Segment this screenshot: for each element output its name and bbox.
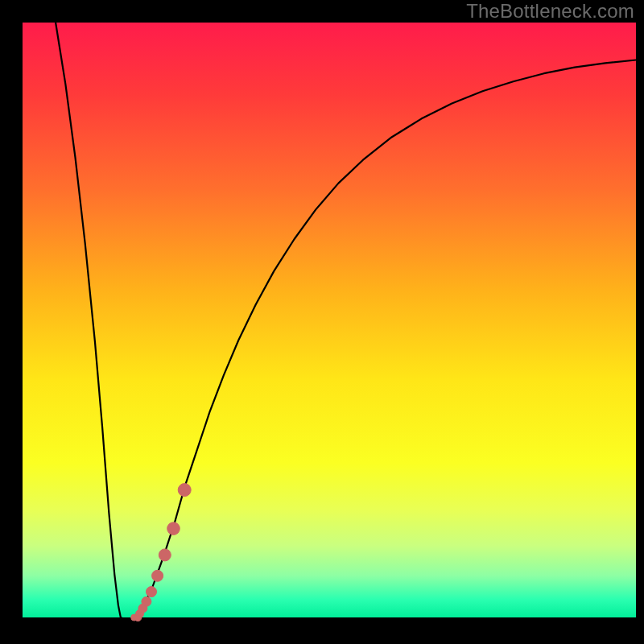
marker-dot [159,549,171,561]
marker-dot [178,484,191,497]
marker-group [131,484,192,621]
plot-area [23,23,636,636]
marker-dot [167,522,180,535]
marker-dot [147,587,157,597]
curve-layer [23,23,636,636]
attribution-watermark: TheBottleneck.com [466,0,634,23]
marker-dot [152,570,163,581]
chart-frame: TheBottleneck.com [0,0,644,644]
marker-dot [142,597,151,606]
bottleneck-curve [56,23,636,620]
